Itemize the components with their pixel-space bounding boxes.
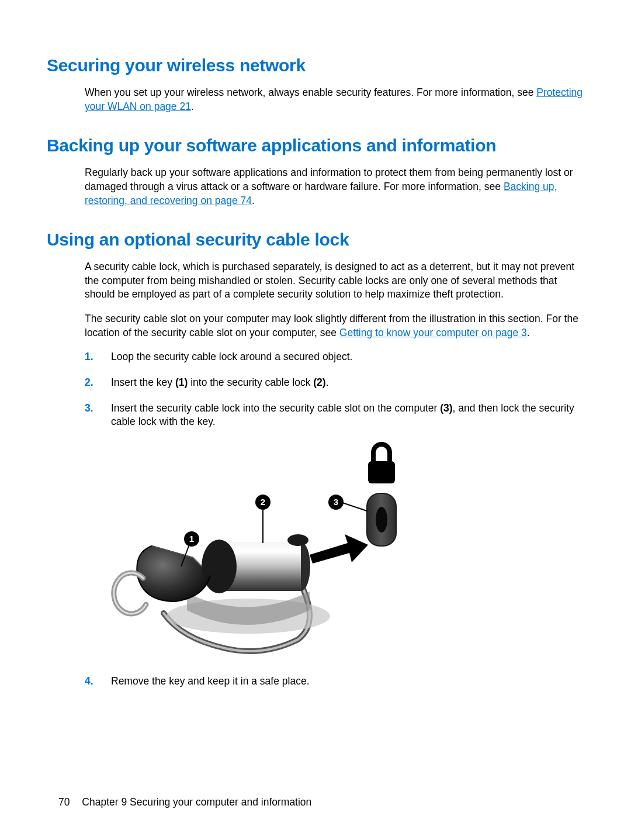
text-fragment: Insert the security cable lock into the … (111, 402, 440, 414)
link-getting-to-know[interactable]: Getting to know your computer on page 3 (339, 327, 527, 338)
svg-line-3 (341, 502, 367, 511)
text-fragment: When you set up your wireless network, a… (85, 87, 536, 98)
section-securing-wireless: Securing your wireless network When you … (47, 56, 584, 113)
section-backing-up: Backing up your software applications an… (47, 136, 584, 208)
para-cable-lock-2: The security cable slot on your computer… (85, 312, 584, 340)
text-fragment-bold: (2) (313, 376, 325, 388)
cable-lock-illustration: 3 (111, 441, 403, 657)
svg-point-10 (202, 540, 237, 593)
step-text: Loop the security cable lock around a se… (111, 351, 352, 362)
svg-text:2: 2 (261, 497, 265, 507)
step-4: 4. Remove the key and keep it in a safe … (85, 675, 584, 689)
text-fragment: . (527, 327, 530, 338)
callout-2: 2 (255, 495, 271, 543)
callout-3: 3 (328, 495, 367, 511)
para-securing-wireless: When you set up your wireless network, a… (85, 86, 584, 113)
step-text: Remove the key and keep it in a safe pla… (111, 675, 310, 687)
step-1: 1. Loop the security cable lock around a… (85, 350, 584, 364)
cable-lock-figure: 3 (111, 441, 584, 657)
text-fragment-bold: (1) (175, 376, 188, 388)
page-footer: 70 Chapter 9 Securing your computer and … (58, 796, 311, 808)
steps-list: 1. Loop the security cable lock around a… (85, 350, 584, 429)
text-fragment: . (191, 101, 194, 112)
heading-backing-up: Backing up your software applications an… (47, 136, 584, 155)
step-number: 2. (85, 376, 93, 390)
para-cable-lock-1: A security cable lock, which is purchase… (85, 260, 584, 302)
security-slot-icon (367, 493, 396, 546)
text-fragment: Regularly back up your software applicat… (85, 167, 573, 192)
svg-text:3: 3 (334, 497, 338, 507)
svg-text:1: 1 (189, 534, 194, 544)
steps-list-continued: 4. Remove the key and keep it in a safe … (85, 675, 584, 689)
page-number: 70 (58, 796, 70, 808)
step-number: 4. (85, 675, 93, 689)
step-text: Insert the security cable lock into the … (111, 402, 574, 428)
text-fragment: into the security cable lock (188, 376, 313, 388)
text-fragment: . (326, 376, 329, 388)
step-3: 3. Insert the security cable lock into t… (85, 402, 584, 429)
svg-rect-0 (368, 461, 395, 483)
svg-point-2 (376, 507, 387, 533)
svg-point-9 (287, 534, 308, 546)
text-fragment: . (252, 195, 255, 206)
step-number: 1. (85, 350, 93, 364)
padlock-icon (368, 442, 395, 483)
arrow-icon (310, 534, 368, 564)
lock-cylinder (202, 534, 310, 593)
text-fragment-bold: (3) (440, 402, 452, 414)
heading-cable-lock: Using an optional security cable lock (47, 230, 584, 250)
chapter-title: Chapter 9 Securing your computer and inf… (82, 796, 311, 808)
step-2: 2. Insert the key (1) into the security … (85, 376, 584, 390)
text-fragment: Insert the key (111, 376, 175, 388)
para-backing-up: Regularly back up your software applicat… (85, 166, 584, 208)
step-number: 3. (85, 402, 93, 416)
step-text: Insert the key (1) into the security cab… (111, 376, 329, 388)
heading-securing-wireless: Securing your wireless network (47, 56, 584, 75)
section-cable-lock: Using an optional security cable lock A … (47, 230, 584, 688)
